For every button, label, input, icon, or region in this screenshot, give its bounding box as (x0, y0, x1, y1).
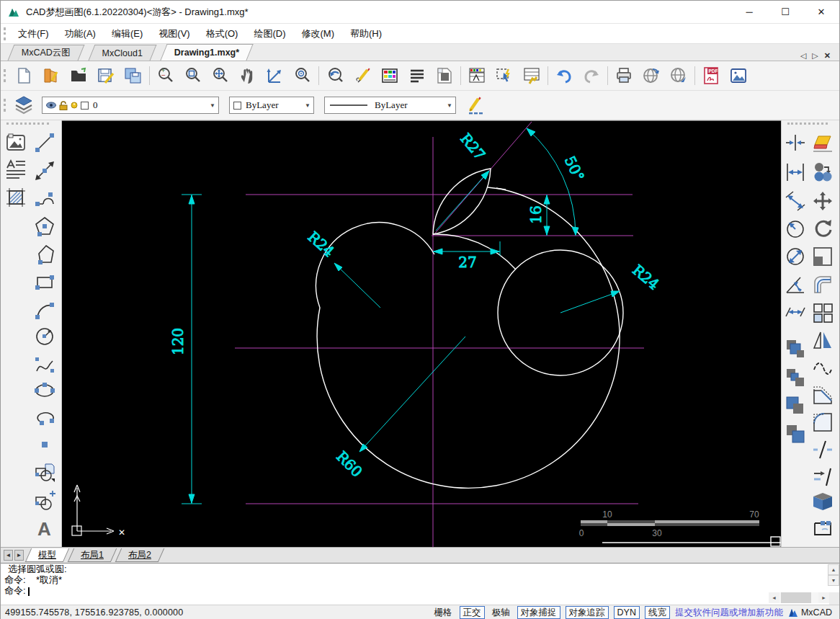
web-open-button[interactable] (665, 63, 692, 89)
layers-button[interactable] (10, 92, 37, 118)
draworder-below-button[interactable] (783, 422, 808, 446)
scroll-down-icon[interactable]: ▼ (828, 575, 839, 586)
zoom-extents-button[interactable] (207, 63, 234, 89)
text-content-button[interactable] (403, 63, 431, 89)
trim-button[interactable] (783, 130, 808, 155)
chamfer-button[interactable] (810, 383, 835, 407)
zoom-previous-button[interactable] (321, 63, 349, 89)
draworder-front-button[interactable] (783, 337, 808, 361)
menu-file[interactable]: 文件(F) (10, 25, 57, 43)
scroll-left-icon[interactable]: ◄ (769, 592, 779, 603)
toggle-osnap[interactable]: 对象捕捉 (517, 606, 560, 619)
toggle-dyn[interactable]: DYN (614, 606, 640, 619)
print-button[interactable] (610, 63, 638, 89)
dim-aligned-button[interactable] (783, 189, 808, 213)
array-button[interactable] (810, 300, 835, 325)
rotate-button[interactable] (810, 216, 835, 241)
construction-lines[interactable] (235, 122, 644, 547)
dim-continue-button[interactable] (783, 300, 808, 325)
undo-button[interactable] (550, 63, 578, 89)
close-button[interactable]: ✕ (803, 1, 839, 23)
insert-block-button[interactable] (32, 460, 57, 484)
apple-geometry[interactable] (316, 169, 781, 543)
chevron-down-icon[interactable]: ▼ (444, 102, 455, 109)
toggle-ortho[interactable]: 正交 (460, 606, 485, 619)
toggle-grid[interactable]: 栅格 (432, 607, 455, 619)
polygon-button[interactable] (32, 214, 57, 239)
zoom-dynamic-button[interactable] (262, 63, 289, 89)
construction-line-button[interactable] (32, 159, 57, 183)
polyline-button[interactable] (32, 187, 57, 211)
tab-layout2[interactable]: 布局2 (115, 548, 164, 562)
chevron-down-icon[interactable]: ▼ (207, 102, 218, 109)
toggle-otrack[interactable]: 对象追踪 (566, 606, 609, 619)
insert-image-button[interactable] (725, 63, 752, 89)
layout-scroll-right-icon[interactable]: ► (14, 550, 24, 561)
copy-button[interactable] (810, 160, 835, 184)
zoom-object-button[interactable] (289, 63, 316, 89)
stretch-button[interactable] (810, 516, 835, 540)
corner-grip[interactable] (771, 537, 780, 546)
tab-scroll-left-icon[interactable]: ◁ (800, 51, 806, 61)
save-as-button[interactable] (120, 63, 147, 89)
menu-function[interactable]: 功能(A) (57, 25, 104, 43)
menu-format[interactable]: 格式(O) (198, 25, 246, 43)
point-button[interactable] (32, 432, 57, 457)
web-publish-button[interactable] (638, 63, 665, 89)
tab-close-icon[interactable]: ✕ (824, 51, 831, 61)
open-drawing-button[interactable] (37, 63, 65, 89)
new-file-button[interactable] (10, 63, 37, 89)
save-button[interactable] (92, 63, 120, 89)
scale-button[interactable] (810, 244, 835, 269)
tab-mxcad-cloud[interactable]: MxCAD云图 (8, 45, 85, 61)
tab-model[interactable]: 模型 (25, 548, 69, 562)
export-pdf-button[interactable]: PDF (697, 63, 725, 89)
scrollbar-thumb[interactable] (781, 592, 811, 603)
ellipse-arc-button[interactable] (32, 405, 57, 429)
sketch-button[interactable] (349, 63, 376, 89)
redo-button[interactable] (578, 63, 605, 89)
dim-angular-button[interactable] (783, 272, 808, 297)
dimensions[interactable]: 120 16 27 (169, 128, 663, 504)
menu-help[interactable]: 帮助(H) (342, 25, 390, 43)
dim-radius-button[interactable] (783, 216, 808, 241)
toggle-polar[interactable]: 极轴 (490, 607, 512, 619)
menu-modify[interactable]: 修改(M) (293, 25, 342, 43)
tab-layout1[interactable]: 布局1 (68, 548, 117, 562)
arc-button[interactable] (32, 298, 57, 322)
single-text-button[interactable]: A (32, 516, 57, 540)
zoom-window-button[interactable] (179, 63, 207, 89)
spline-edit-button[interactable] (810, 355, 835, 380)
minimize-button[interactable]: ─ (731, 1, 767, 23)
create-block-button[interactable] (32, 489, 57, 513)
options-button[interactable] (518, 63, 545, 89)
break-button[interactable] (810, 437, 835, 462)
mtext-button[interactable] (4, 157, 28, 182)
scroll-right-icon[interactable]: ► (818, 592, 829, 603)
linetype-select[interactable]: ByLayer ▼ (324, 97, 456, 114)
scrollbar-track[interactable] (779, 592, 818, 603)
hatch-button[interactable] (4, 185, 28, 210)
draworder-back-button[interactable] (783, 365, 808, 390)
command-vertical-scrollbar[interactable]: ▲ ▼ (828, 564, 839, 587)
open-folder-button[interactable] (65, 63, 92, 89)
polygon-edge-button[interactable] (32, 242, 57, 267)
dim-diameter-button[interactable] (783, 244, 808, 269)
zoom-in-out-button[interactable]: +− (152, 63, 179, 89)
wipeout-button[interactable] (431, 63, 458, 89)
color-palette-button[interactable] (376, 63, 403, 89)
feedback-link[interactable]: 提交软件问题或增加新功能 (675, 607, 783, 619)
chevron-down-icon[interactable]: ▼ (302, 102, 313, 109)
offset-button[interactable] (810, 272, 835, 297)
move-button[interactable] (810, 189, 835, 213)
ellipse-button[interactable] (32, 378, 57, 403)
layout-scroll-left-icon[interactable]: ◄ (4, 550, 13, 561)
line-button[interactable] (32, 130, 57, 155)
tab-scroll-right-icon[interactable]: ▷ (812, 51, 818, 61)
rectangle-button[interactable] (32, 270, 57, 295)
command-horizontal-scrollbar[interactable]: ◄ ► (769, 592, 829, 603)
drawing-canvas[interactable]: 120 16 27 (62, 120, 781, 547)
draw-style-button[interactable] (462, 92, 489, 118)
image-ref-button[interactable] (4, 130, 28, 155)
circle-button[interactable] (32, 324, 57, 349)
